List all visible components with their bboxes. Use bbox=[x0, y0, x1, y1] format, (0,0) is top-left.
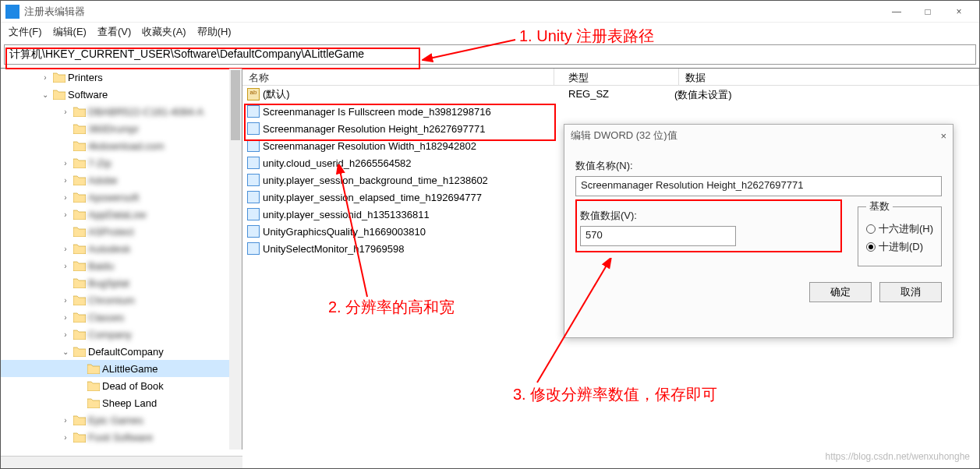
value-data-label: 数值数据(V): bbox=[580, 209, 837, 223]
list-row: UnitySelectMonitor_h17969598 bbox=[242, 240, 562, 257]
tree-item[interactable]: Adobe bbox=[88, 175, 118, 186]
regbin-icon bbox=[247, 242, 260, 255]
radio-hex[interactable]: 十六进制(H) bbox=[866, 222, 933, 236]
regbin-icon bbox=[247, 122, 260, 135]
tree-deadofbook[interactable]: Dead of Book bbox=[102, 380, 164, 392]
list-row: Screenmanager Is Fullscreen mode_h398129… bbox=[242, 103, 562, 120]
tree-sheepland[interactable]: Sheep Land bbox=[102, 397, 157, 409]
value-data-field[interactable]: 570 bbox=[580, 226, 736, 246]
menu-help[interactable]: 帮助(H) bbox=[197, 25, 232, 39]
menubar: 文件(F) 编辑(E) 查看(V) 收藏夹(A) 帮助(H) bbox=[1, 23, 979, 41]
close-button[interactable]: × bbox=[943, 2, 975, 21]
list-row: ab(默认) bbox=[242, 86, 562, 103]
maximize-button[interactable]: □ bbox=[912, 2, 943, 21]
cancel-button[interactable]: 取消 bbox=[879, 282, 942, 302]
tree-item[interactable]: BugSplat bbox=[88, 277, 129, 289]
col-name[interactable]: 名称 bbox=[242, 69, 554, 85]
menu-view[interactable]: 查看(V) bbox=[97, 25, 131, 39]
list-row: unity.player_session_background_time_h12… bbox=[242, 171, 562, 189]
window-title: 注册表编辑器 bbox=[24, 5, 85, 19]
tree-defaultcompany[interactable]: DefaultCompany bbox=[88, 346, 164, 358]
tree-alittlegame[interactable]: ALittleGame bbox=[102, 363, 158, 375]
menu-favorites[interactable]: 收藏夹(A) bbox=[142, 25, 186, 39]
tree-item[interactable]: Classes bbox=[88, 312, 124, 323]
radio-dec[interactable]: 十进制(D) bbox=[866, 240, 933, 254]
tree-item[interactable]: Foxit Software bbox=[88, 432, 153, 443]
ok-button[interactable]: 确定 bbox=[809, 282, 872, 302]
base-fieldset: 基数 十六进制(H) 十进制(D) bbox=[858, 199, 942, 266]
tree-item[interactable]: 4kdownload.com bbox=[88, 140, 165, 152]
annotation-text-3: 3. 修改分辨率数值，保存即可 bbox=[513, 384, 717, 405]
data-value: (数值未设置) bbox=[674, 88, 732, 102]
tree-item[interactable]: 7-Zip bbox=[88, 157, 111, 169]
tree-item[interactable]: Apowersoft bbox=[88, 192, 139, 203]
annotation-text-1: 1. Unity 注册表路径 bbox=[519, 26, 654, 47]
tree-item[interactable]: Baidu bbox=[88, 260, 114, 272]
list-row: UnityGraphicsQuality_h1669003810 bbox=[242, 223, 562, 240]
list-row: unity.cloud_userid_h2665564582 bbox=[242, 154, 562, 171]
minimize-button[interactable]: — bbox=[881, 2, 912, 21]
tree-item[interactable]: Autodesk bbox=[88, 243, 130, 255]
regbin-icon bbox=[247, 139, 260, 152]
app-icon bbox=[5, 5, 19, 19]
dialog-title: 编辑 DWORD (32 位)值 bbox=[571, 129, 678, 143]
regbin-icon bbox=[247, 174, 260, 186]
tree-item[interactable]: Company bbox=[88, 329, 132, 340]
regbin-icon bbox=[247, 105, 260, 118]
regsz-icon: ab bbox=[247, 88, 260, 100]
tree-item[interactable]: DBABR522-C181-4084-A bbox=[88, 106, 203, 118]
list-row: Screenmanager Resolution Width_h18294280… bbox=[242, 137, 562, 154]
value-name-label: 数值名称(N): bbox=[575, 159, 942, 173]
type-value: REG_SZ bbox=[568, 88, 609, 102]
edit-dword-dialog: 编辑 DWORD (32 位)值 × 数值名称(N): Screenmanage… bbox=[564, 124, 953, 338]
regbin-icon bbox=[247, 157, 260, 169]
tree-printers[interactable]: Printers bbox=[68, 72, 103, 83]
address-bar[interactable]: 计算机\HKEY_CURRENT_USER\Software\DefaultCo… bbox=[4, 44, 976, 65]
col-type[interactable]: 类型 bbox=[562, 69, 679, 85]
menu-edit[interactable]: 编辑(E) bbox=[53, 25, 87, 39]
base-legend: 基数 bbox=[866, 199, 893, 213]
tree-item[interactable]: Epic Games bbox=[88, 414, 143, 426]
annotation-box-3: 数值数据(V): 570 bbox=[575, 199, 842, 252]
scrollbar-thumb[interactable] bbox=[231, 70, 240, 140]
tree-item[interactable]: Chromium bbox=[88, 294, 135, 306]
dialog-close-icon[interactable]: × bbox=[940, 130, 946, 142]
menu-file[interactable]: 文件(F) bbox=[9, 25, 42, 39]
regbin-icon bbox=[247, 208, 260, 220]
regbin-icon bbox=[247, 225, 260, 238]
address-text: 计算机\HKEY_CURRENT_USER\Software\DefaultCo… bbox=[9, 48, 364, 62]
tree-item[interactable]: 360Drumpr bbox=[88, 123, 139, 135]
list-row: Screenmanager Resolution Height_h2627697… bbox=[242, 120, 562, 137]
col-data[interactable]: 数据 bbox=[679, 69, 979, 85]
titlebar: 注册表编辑器 — □ × bbox=[1, 1, 979, 23]
tree-item[interactable]: AppDataLow bbox=[88, 209, 146, 220]
regbin-icon bbox=[247, 191, 260, 203]
watermark: https://blog.csdn.net/wenxuhonghe bbox=[826, 451, 970, 462]
tree-view[interactable]: ›Printers ⌄Software ›DBABR522-C181-4084-… bbox=[1, 69, 242, 450]
tree-item[interactable]: ASProtect bbox=[88, 226, 134, 238]
annotation-text-2: 2. 分辨率的高和宽 bbox=[328, 297, 455, 318]
list-row: unity.player_sessionid_h1351336811 bbox=[242, 206, 562, 223]
list-row: unity.player_session_elapsed_time_h19269… bbox=[242, 189, 562, 206]
horizontal-scrollbar[interactable] bbox=[1, 456, 242, 468]
value-name-field[interactable]: Screenmanager Resolution Height_h2627697… bbox=[575, 176, 942, 196]
tree-software[interactable]: Software bbox=[68, 89, 108, 100]
